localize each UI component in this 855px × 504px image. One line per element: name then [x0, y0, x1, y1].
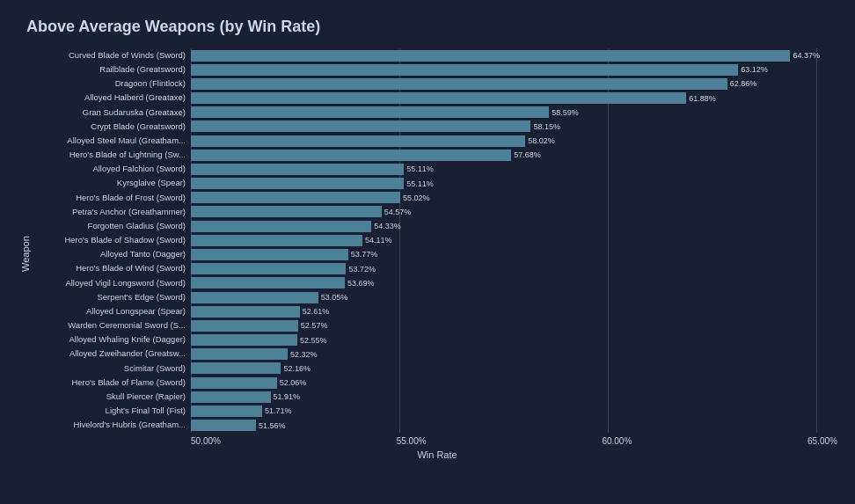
bar [191, 235, 362, 246]
chart-area: Weapon Curved Blade of Winds (Sword)Rail… [18, 48, 837, 460]
bar-row: 52.61% [191, 304, 837, 318]
bar-row: 61.88% [191, 91, 837, 106]
bar-value-label: 53.69% [347, 279, 375, 288]
bar-value-label: 52.32% [290, 350, 318, 359]
bar-row: 64.37% [191, 48, 837, 62]
bar-row: 51.91% [191, 390, 837, 404]
bar [191, 249, 348, 260]
bar [191, 277, 345, 289]
y-label: Crypt Blade (Greatsword) [37, 120, 186, 134]
y-label: Dragoon (Flintlock) [37, 77, 186, 91]
bar [191, 362, 281, 374]
bar-row: 58.59% [191, 106, 837, 120]
y-label: Serpent's Edge (Sword) [37, 290, 186, 304]
y-label: Railblade (Greatsword) [37, 62, 186, 77]
bar [191, 334, 297, 346]
bar [191, 405, 262, 417]
bar-row: 55.11% [191, 162, 837, 176]
bar [191, 150, 511, 161]
y-label: Hero's Blade of Lightning (Sw... [37, 148, 186, 162]
bar-value-label: 52.61% [303, 307, 330, 316]
y-label: Alloyed Falchion (Sword) [37, 162, 186, 176]
bar [191, 348, 288, 360]
bar [191, 263, 346, 274]
bar-value-label: 57.68% [514, 150, 541, 159]
y-label: Scimitar (Sword) [37, 362, 186, 376]
bar-value-label: 54.11% [365, 236, 392, 245]
bar-value-label: 55.11% [406, 164, 434, 173]
bar-row: 63.12% [191, 62, 837, 77]
y-label: Hero's Blade of Flame (Sword) [37, 376, 186, 390]
bar-row: 53.72% [191, 262, 837, 276]
x-tick: 65.00% [808, 436, 837, 446]
bar-row: 51.56% [191, 419, 837, 433]
bar-value-label: 51.56% [259, 421, 286, 430]
bar [191, 391, 271, 403]
x-axis-title: Win Rate [37, 449, 837, 460]
bars-section: Curved Blade of Winds (Sword)Railblade (… [37, 48, 837, 433]
bar-value-label: 58.02% [528, 136, 555, 145]
y-label: Warden Ceremonial Sword (S... [37, 318, 186, 332]
bar [191, 164, 404, 175]
bar-value-label: 52.06% [280, 378, 307, 387]
bar-row: 52.57% [191, 318, 837, 332]
y-label: Alloyed Whaling Knife (Dagger) [37, 333, 186, 347]
bar-value-label: 55.11% [406, 179, 434, 188]
bar-row: 52.55% [191, 333, 837, 347]
bar-value-label: 55.02% [403, 194, 430, 202]
y-label: Alloyed Steel Maul (Greatham... [37, 134, 186, 148]
x-axis: 50.00%55.00%60.00%65.00% [191, 433, 837, 446]
y-label: Alloyed Zweihander (Greatsw... [37, 347, 186, 362]
y-label: Alloyed Tanto (Dagger) [37, 247, 186, 261]
bar-row: 54.57% [191, 205, 837, 219]
bar [191, 78, 727, 90]
bar-value-label: 64.37% [793, 51, 820, 60]
bar [191, 420, 256, 431]
y-label: Light's Final Toll (Fist) [37, 404, 186, 418]
bar-row: 55.02% [191, 191, 837, 205]
bar-value-label: 52.57% [301, 321, 328, 330]
bar-value-label: 51.71% [265, 406, 292, 415]
bar [191, 377, 277, 389]
bar-value-label: 53.05% [321, 293, 348, 302]
chart-container: Above Average Weapons (by Win Rate) Weap… [0, 0, 855, 504]
bar-row: 57.68% [191, 148, 837, 162]
y-label: Hivelord's Hubris (Greatham... [37, 419, 186, 433]
bar-value-label: 51.91% [274, 392, 301, 401]
bar-value-label: 54.33% [374, 222, 401, 230]
y-axis-label: Weapon [18, 48, 33, 460]
y-label: Kyrsglaive (Spear) [37, 177, 186, 191]
bar-row: 54.33% [191, 219, 837, 233]
bar [191, 106, 549, 118]
bar-value-label: 52.16% [283, 364, 311, 373]
bar-value-label: 52.55% [300, 336, 327, 345]
bar-value-label: 53.72% [348, 265, 376, 274]
bar-row: 55.11% [191, 177, 837, 191]
bar-row: 53.69% [191, 276, 837, 290]
y-label: Alloyed Halberd (Greataxe) [37, 91, 186, 106]
bar-row: 53.77% [191, 247, 837, 261]
y-label: Hero's Blade of Wind (Sword) [37, 262, 186, 276]
bar [191, 206, 382, 217]
bar-row: 58.15% [191, 120, 837, 134]
bar-value-label: 58.59% [552, 108, 579, 117]
bar-row: 52.16% [191, 362, 837, 376]
bar-value-label: 61.88% [689, 94, 716, 103]
bar [191, 121, 530, 132]
y-label: Alloyed Longspear (Spear) [37, 304, 186, 318]
bar-row: 51.71% [191, 404, 837, 418]
bar-row: 54.11% [191, 233, 837, 247]
y-label: Hero's Blade of Frost (Sword) [37, 191, 186, 205]
x-tick: 55.00% [397, 436, 427, 446]
bar-row: 53.05% [191, 290, 837, 304]
bar-row: 58.02% [191, 134, 837, 148]
bar [191, 178, 404, 189]
y-label: Skull Piercer (Rapier) [37, 390, 186, 404]
y-label: Forgotten Gladius (Sword) [37, 219, 186, 233]
y-label: Gran Sudaruska (Greataxe) [37, 106, 186, 120]
bar-value-label: 63.12% [741, 65, 768, 74]
bar-value-label: 54.57% [384, 208, 412, 216]
chart-title: Above Average Weapons (by Win Rate) [26, 18, 837, 36]
bar-row: 62.86% [191, 77, 837, 91]
x-tick: 50.00% [191, 436, 221, 446]
